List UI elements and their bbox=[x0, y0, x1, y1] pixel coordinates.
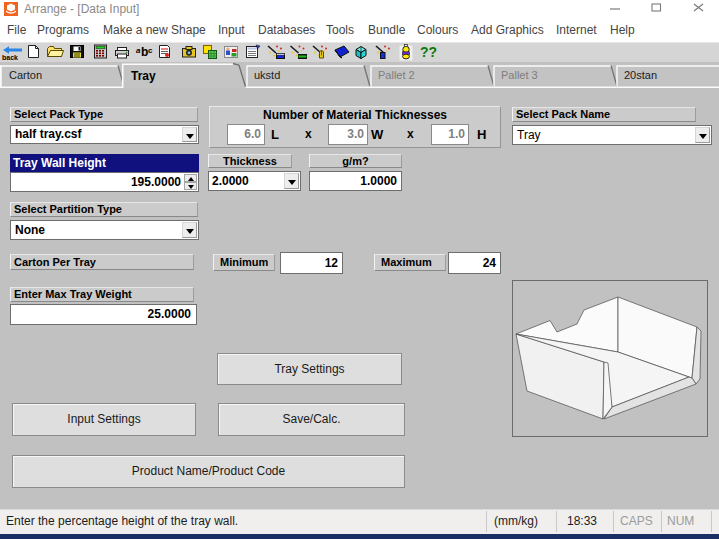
svg-text:Pallet 2: Pallet 2 bbox=[378, 69, 415, 81]
svg-text:??: ?? bbox=[420, 44, 437, 60]
svg-text:20stan: 20stan bbox=[624, 69, 657, 81]
svg-text:c: c bbox=[148, 46, 153, 55]
svg-text:Tray: Tray bbox=[131, 69, 156, 83]
svg-text:Carton: Carton bbox=[9, 69, 42, 81]
svg-text:back: back bbox=[2, 54, 18, 61]
svg-text:ukstd: ukstd bbox=[254, 69, 280, 81]
svg-text:Pallet 3: Pallet 3 bbox=[501, 69, 538, 81]
